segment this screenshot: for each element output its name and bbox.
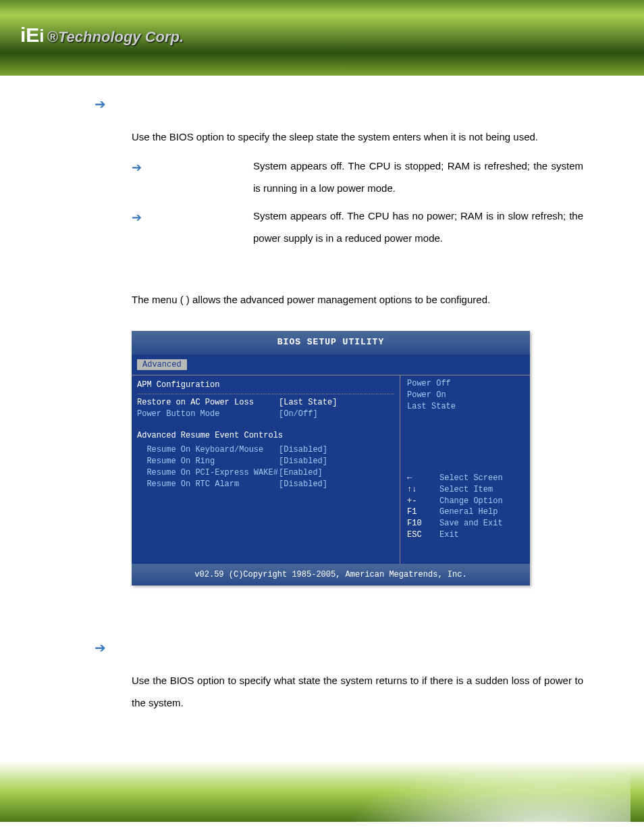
paragraph-apm-intro: The menu ( ) allows the advanced power m… — [132, 288, 583, 311]
bios-left-panel: APM Configuration Restore on AC Power Lo… — [132, 375, 400, 564]
arrow-icon: ➔ — [95, 633, 583, 662]
sub-item-s1: ➔ System appears off. The CPU is stopped… — [132, 155, 583, 199]
bios-label: Resume On Ring — [137, 456, 279, 467]
paragraph-suspend-intro: Use the BIOS option to specify the sleep… — [132, 126, 583, 148]
bios-label: Resume On PCI-Express WAKE# — [137, 467, 279, 479]
bios-option: Last State — [407, 401, 523, 413]
bios-value: [On/Off] — [279, 409, 318, 420]
sub-list: ➔ System appears off. The CPU is stopped… — [132, 155, 583, 249]
bios-help-row: ↑↓Select Item — [407, 484, 523, 496]
bios-row: Restore on AC Power Loss [Last State] — [137, 397, 394, 409]
bios-row: Resume On PCI-Express WAKE# [Enabled] — [137, 467, 394, 479]
bios-label: Resume On Keyboard/Mouse — [137, 444, 279, 456]
bios-value: [Disabled] — [279, 444, 327, 456]
bios-value: [Last State] — [279, 397, 337, 409]
bios-value: [Disabled] — [279, 479, 327, 490]
arrow-icon: ➔ — [132, 155, 253, 182]
iei-logo: iEi — [20, 24, 45, 47]
sub-text-s1: System appears off. The CPU is stopped; … — [253, 155, 583, 199]
bios-heading-apm: APM Configuration — [137, 380, 394, 391]
bios-body: APM Configuration Restore on AC Power Lo… — [132, 375, 530, 564]
bios-help-row: F10Save and Exit — [407, 518, 523, 529]
page-footer-band — [0, 761, 644, 822]
bios-option: Power On — [407, 390, 523, 401]
logo-text: ®Technology Corp. — [47, 28, 184, 45]
bios-value: [Enabled] — [279, 467, 323, 479]
bios-help-row: F1General Help — [407, 506, 523, 518]
bios-row: Power Button Mode [On/Off] — [137, 409, 394, 420]
bios-help-row: +-Change Option — [407, 496, 523, 507]
bios-title: BIOS SETUP UTILITY — [132, 331, 530, 355]
bios-label: Resume On RTC Alarm — [137, 479, 279, 490]
bios-footer: v02.59 (C)Copyright 1985-2005, American … — [132, 564, 530, 585]
bios-label: Restore on AC Power Loss — [137, 397, 279, 409]
bios-tab-bar: Advanced — [132, 355, 530, 375]
sub-item-s3: ➔ System appears off. The CPU has no pow… — [132, 205, 583, 249]
bios-value: [Disabled] — [279, 456, 327, 467]
bios-row: Resume On RTC Alarm [Disabled] — [137, 479, 394, 490]
page-content: ➔ Use the BIOS option to specify the sle… — [0, 76, 644, 727]
footer-curve — [347, 761, 630, 822]
sub-text-s3: System appears off. The CPU has no power… — [253, 205, 583, 249]
bios-help-row: ESCExit — [407, 529, 523, 541]
bios-right-panel: Power Off Power On Last State ←Select Sc… — [400, 375, 530, 564]
arrow-icon: ➔ — [95, 89, 583, 119]
paragraph-restore-intro: Use the BIOS option to specify what stat… — [132, 669, 583, 714]
bios-help-row: ←Select Screen — [407, 473, 523, 484]
bios-screenshot: BIOS SETUP UTILITY Advanced APM Configur… — [132, 331, 530, 585]
logo-area: iEi ®Technology Corp. — [20, 24, 184, 47]
bios-row: Resume On Keyboard/Mouse [Disabled] — [137, 444, 394, 456]
bios-heading-resume: Advanced Resume Event Controls — [137, 430, 394, 442]
bios-option: Power Off — [407, 378, 523, 390]
arrow-icon: ➔ — [132, 205, 253, 232]
bios-tab-advanced: Advanced — [137, 359, 187, 370]
page-header-band: iEi ®Technology Corp. — [0, 0, 644, 76]
bios-row: Resume On Ring [Disabled] — [137, 456, 394, 467]
bios-label: Power Button Mode — [137, 409, 279, 420]
